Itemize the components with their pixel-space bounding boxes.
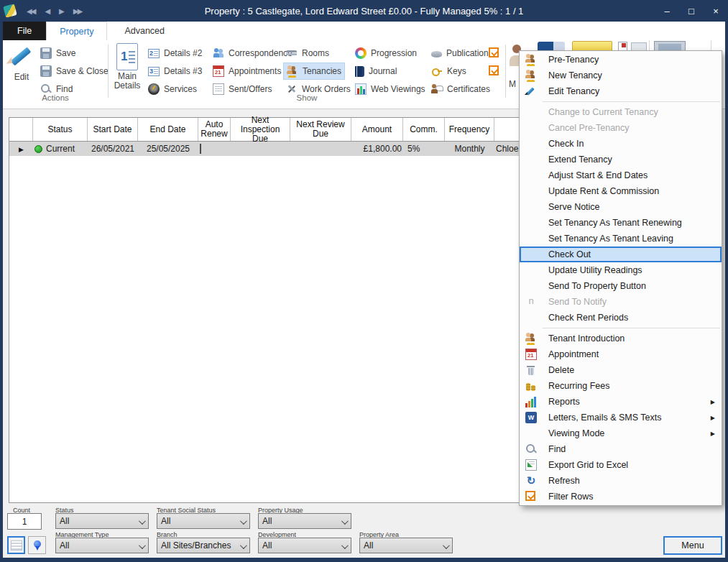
publications-icon bbox=[431, 51, 442, 57]
journal-button[interactable]: Journal bbox=[352, 63, 400, 80]
save-button[interactable]: Save bbox=[37, 45, 78, 62]
tenancy-icon bbox=[525, 70, 537, 81]
trash-icon bbox=[525, 364, 537, 376]
maximize-button[interactable]: □ bbox=[679, 0, 704, 22]
menu-item-extend-tenancy[interactable]: Extend Tenancy bbox=[520, 152, 722, 167]
col-header-amount[interactable]: Amount bbox=[351, 118, 403, 141]
list-view-button[interactable] bbox=[7, 536, 25, 554]
cell-frequency: Monthly bbox=[445, 144, 494, 154]
map-pin-icon bbox=[32, 540, 43, 551]
menu-item-update-rent-commission[interactable]: Update Rent & Commission bbox=[520, 183, 722, 199]
col-header-end-date[interactable]: End Date bbox=[138, 118, 198, 141]
menu-item-export-grid-to-excel[interactable]: Export Grid to Excel bbox=[520, 457, 722, 473]
menu-item-label: New Tenancy bbox=[548, 70, 602, 80]
correspondence-button[interactable]: Correspondence bbox=[210, 45, 295, 62]
edit-button[interactable]: Edit bbox=[7, 43, 36, 82]
menu-item-check-rent-periods[interactable]: Check Rent Periods bbox=[520, 310, 722, 326]
management-type-dropdown[interactable]: All bbox=[55, 538, 149, 553]
menu-item-filter-rows[interactable]: Filter Rows bbox=[520, 489, 722, 505]
nav-prev-button[interactable]: ◀ bbox=[40, 4, 54, 18]
bed-icon bbox=[286, 47, 298, 59]
map-view-button[interactable] bbox=[28, 536, 46, 554]
menu-item-label: Edit Tenancy bbox=[548, 86, 599, 96]
menu-button[interactable]: Menu bbox=[663, 536, 722, 555]
journal-label: Journal bbox=[369, 66, 397, 76]
col-header-status[interactable]: Status bbox=[33, 118, 88, 141]
tab-file[interactable]: File bbox=[3, 22, 46, 40]
menu-item-tenant-introduction[interactable]: Tenant Introduction bbox=[520, 331, 722, 346]
auto-renew-checkbox[interactable] bbox=[200, 144, 201, 154]
menu-item-label: Viewing Mode bbox=[548, 428, 604, 438]
edit-pencil-icon bbox=[9, 43, 34, 69]
menu-item-find[interactable]: Find bbox=[520, 441, 722, 457]
main-details-button[interactable]: Main Details bbox=[112, 43, 142, 91]
status-dot-icon bbox=[34, 145, 42, 153]
menu-item-check-in[interactable]: Check In bbox=[520, 136, 722, 152]
chart-icon bbox=[525, 396, 537, 407]
minimize-button[interactable]: – bbox=[655, 0, 679, 22]
branch-dropdown[interactable]: All Sites/Branches bbox=[157, 538, 250, 553]
publications-button[interactable]: Publications bbox=[428, 45, 496, 62]
menu-item-set-tenant-leaving[interactable]: Set Tenancy As Tenant Leaving bbox=[520, 231, 722, 247]
minimize-icon: – bbox=[664, 6, 669, 17]
appointments-button[interactable]: Appointments bbox=[210, 63, 284, 80]
menu-item-adjust-start-end-dates[interactable]: Adjust Start & End Dates bbox=[520, 167, 722, 183]
menu-item-recurring-fees[interactable]: Recurring Fees bbox=[520, 378, 722, 394]
tab-property[interactable]: Property bbox=[46, 22, 107, 40]
window-title: Property : 5 Castlegate, Lord Edward Str… bbox=[0, 6, 728, 17]
menu-item-viewing-mode[interactable]: Viewing Mode▶ bbox=[520, 425, 722, 441]
actions-group-label: Actions bbox=[3, 93, 108, 102]
col-header-start-date[interactable]: Start Date bbox=[88, 118, 138, 141]
menu-item-new-tenancy[interactable]: New Tenancy bbox=[520, 68, 722, 83]
calendar-icon bbox=[525, 349, 537, 360]
window-border-right bbox=[725, 22, 728, 562]
col-header-next-review[interactable]: Next Review Due bbox=[290, 118, 351, 141]
close-button[interactable]: × bbox=[704, 0, 728, 22]
details3-button[interactable]: Details #3 bbox=[145, 63, 205, 80]
menu-item-edit-tenancy[interactable]: Edit Tenancy bbox=[520, 83, 722, 99]
filter-check-icon bbox=[525, 491, 535, 501]
tenant-social-dropdown[interactable]: All bbox=[157, 513, 250, 529]
menu-item-letters-emails-sms[interactable]: WLetters, Emails & SMS Texts▶ bbox=[520, 410, 722, 425]
col-header-next-inspection[interactable]: Next Inspection Due bbox=[231, 118, 290, 141]
menu-item-update-utility-readings[interactable]: Update Utility Readings bbox=[520, 262, 722, 278]
nav-first-button[interactable]: ◀◀ bbox=[22, 4, 40, 18]
col-header-frequency[interactable]: Frequency bbox=[445, 118, 494, 141]
coins-icon bbox=[525, 380, 537, 392]
tenancies-button[interactable]: Tenancies bbox=[283, 63, 345, 80]
menu-item-serve-notice[interactable]: Serve Notice bbox=[520, 199, 722, 215]
rooms-button[interactable]: Rooms bbox=[283, 45, 332, 62]
nav-last-button[interactable]: ▶▶ bbox=[68, 4, 86, 18]
progression-button[interactable]: Progression bbox=[352, 45, 420, 62]
menu-item-refresh[interactable]: ↻Refresh bbox=[520, 473, 722, 489]
menu-item-label: Pre-Tenancy bbox=[548, 55, 599, 65]
save-icon bbox=[40, 47, 52, 59]
submenu-arrow-icon: ▶ bbox=[711, 415, 715, 421]
cell-start-date: 26/05/2021 bbox=[88, 144, 138, 154]
details2-button[interactable]: Details #2 bbox=[145, 45, 205, 62]
status-filter-label: Status bbox=[55, 507, 74, 514]
property-area-dropdown[interactable]: All bbox=[359, 538, 453, 553]
save-close-button[interactable]: Save & Close bbox=[37, 63, 111, 80]
titlebar: ◀◀ ◀ ▶ ▶▶ Property : 5 Castlegate, Lord … bbox=[0, 0, 728, 22]
nav-next-button[interactable]: ▶ bbox=[54, 4, 68, 18]
property-usage-dropdown[interactable]: All bbox=[258, 513, 351, 529]
menu-item-set-tenant-renewing[interactable]: Set Tenancy As Tenant Renewing bbox=[520, 215, 722, 231]
menu-item-send-to-property-button[interactable]: Send To Property Button bbox=[520, 278, 722, 294]
status-filter-dropdown[interactable]: All bbox=[55, 513, 149, 529]
menu-item-pre-tenancy[interactable]: Pre-Tenancy bbox=[520, 52, 722, 68]
details3-icon bbox=[148, 67, 160, 76]
col-header-auto-renew[interactable]: Auto Renew bbox=[198, 118, 231, 141]
main-details-icon bbox=[116, 43, 138, 70]
menu-item-reports[interactable]: Reports▶ bbox=[520, 394, 722, 410]
menu-item-appointment[interactable]: Appointment bbox=[520, 346, 722, 362]
keys-checkbox[interactable] bbox=[489, 65, 499, 75]
menu-item-delete[interactable]: Delete bbox=[520, 362, 722, 378]
window-border-left bbox=[0, 22, 3, 562]
keys-button[interactable]: Keys bbox=[428, 63, 469, 80]
development-dropdown[interactable]: All bbox=[258, 538, 351, 553]
tab-advanced[interactable]: Advanced bbox=[111, 22, 178, 40]
col-header-comm[interactable]: Comm. bbox=[403, 118, 445, 141]
menu-item-check-out[interactable]: Check Out bbox=[520, 247, 722, 262]
publications-checkbox[interactable] bbox=[489, 47, 499, 57]
